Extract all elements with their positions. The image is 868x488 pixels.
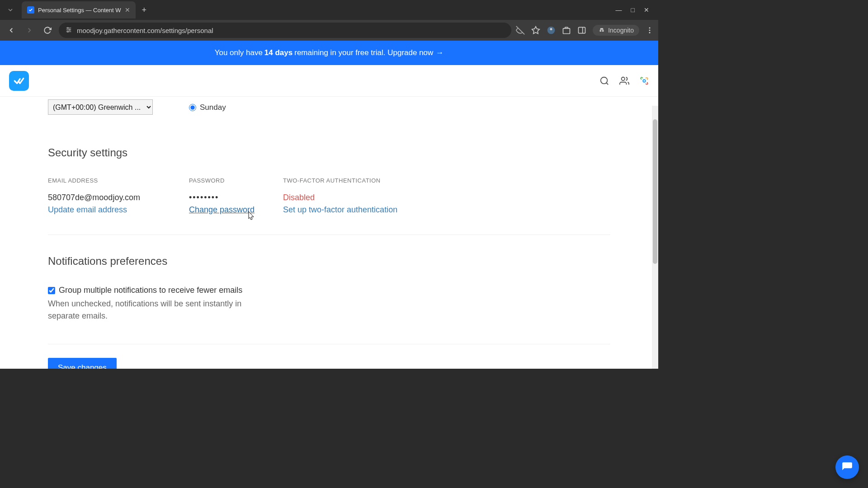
sunday-label: Sunday xyxy=(200,103,226,112)
svg-point-4 xyxy=(69,29,71,30)
tab-close-icon[interactable]: ✕ xyxy=(125,6,130,14)
notifications-help-text: When unchecked, notifications will be se… xyxy=(48,298,274,322)
password-value: •••••••• xyxy=(189,193,283,202)
update-email-link[interactable]: Update email address xyxy=(48,205,127,215)
group-notifications-checkbox[interactable] xyxy=(48,287,55,294)
back-button[interactable] xyxy=(5,23,18,37)
window-controls: ― □ ✕ xyxy=(616,6,655,14)
tab-favicon xyxy=(27,6,34,14)
svg-point-12 xyxy=(600,30,602,32)
sunday-radio[interactable] xyxy=(189,104,196,111)
week-start-sunday-option[interactable]: Sunday xyxy=(189,103,226,112)
arrow-right-icon: → xyxy=(436,48,443,57)
scrollbar-thumb[interactable] xyxy=(653,119,657,264)
svg-point-13 xyxy=(602,30,604,32)
app-header xyxy=(0,65,658,97)
people-icon[interactable] xyxy=(619,76,629,86)
email-label: EMAIL ADDRESS xyxy=(48,177,189,184)
browser-tab-strip: Personal Settings — Content W ✕ + ― □ ✕ xyxy=(0,0,658,20)
trial-banner[interactable]: You only have 14 days remaining in your … xyxy=(0,41,658,65)
settings-gear-icon[interactable] xyxy=(639,76,649,86)
svg-line-18 xyxy=(606,83,608,84)
security-section: Security settings EMAIL ADDRESS 580707de… xyxy=(48,146,610,235)
security-heading: Security settings xyxy=(48,146,610,159)
browser-toolbar: moodjoy.gathercontent.com/settings/perso… xyxy=(0,20,658,41)
password-column: PASSWORD •••••••• Change password xyxy=(189,177,283,215)
reload-button[interactable] xyxy=(41,23,54,37)
minimize-button[interactable]: ― xyxy=(616,6,622,14)
svg-rect-10 xyxy=(579,27,585,33)
profile-avatar-icon[interactable] xyxy=(547,26,556,35)
svg-marker-7 xyxy=(532,27,540,34)
svg-point-5 xyxy=(67,31,69,32)
section-divider xyxy=(48,235,610,235)
svg-point-9 xyxy=(550,28,552,30)
settings-content: (GMT+00:00) Greenwich ... Sunday Securit… xyxy=(0,97,658,369)
banner-prefix: You only have xyxy=(215,48,263,57)
app-logo[interactable] xyxy=(9,71,29,91)
eye-off-icon[interactable] xyxy=(516,26,525,35)
site-settings-icon[interactable] xyxy=(65,26,72,35)
incognito-indicator[interactable]: Incognito xyxy=(593,25,639,36)
forward-button[interactable] xyxy=(23,23,36,37)
sidepanel-icon[interactable] xyxy=(577,26,586,35)
svg-point-19 xyxy=(622,77,625,80)
new-tab-button[interactable]: + xyxy=(137,5,151,15)
url-text: moodjoy.gathercontent.com/settings/perso… xyxy=(77,27,505,34)
change-password-link[interactable]: Change password xyxy=(189,205,255,215)
svg-point-3 xyxy=(67,27,69,28)
save-button[interactable]: Save changes xyxy=(48,358,117,369)
setup-tfa-link[interactable]: Set up two-factor authentication xyxy=(283,205,397,215)
email-value: 580707de@moodjoy.com xyxy=(48,193,189,202)
browser-menu-icon[interactable] xyxy=(646,26,654,34)
browser-tab[interactable]: Personal Settings — Content W ✕ xyxy=(22,1,136,19)
timezone-select[interactable]: (GMT+00:00) Greenwich ... xyxy=(48,99,153,115)
tab-search-button[interactable] xyxy=(4,3,17,17)
notifications-section: Notifications preferences Group multiple… xyxy=(48,255,610,369)
svg-point-16 xyxy=(649,32,651,33)
bookmark-star-icon[interactable] xyxy=(531,26,540,35)
maximize-button[interactable]: □ xyxy=(631,6,635,14)
password-label: PASSWORD xyxy=(189,177,283,184)
banner-days: 14 days xyxy=(264,48,292,57)
banner-suffix: remaining in your free trial. Upgrade no… xyxy=(294,48,433,57)
close-window-button[interactable]: ✕ xyxy=(644,6,649,14)
group-notifications-checkbox-row[interactable]: Group multiple notifications to receive … xyxy=(48,286,610,295)
group-notifications-label: Group multiple notifications to receive … xyxy=(59,286,242,295)
svg-point-17 xyxy=(601,77,608,84)
section-divider xyxy=(48,344,610,344)
tfa-column: TWO-FACTOR AUTHENTICATION Disabled Set u… xyxy=(283,177,397,215)
tfa-label: TWO-FACTOR AUTHENTICATION xyxy=(283,177,397,184)
page-viewport: You only have 14 days remaining in your … xyxy=(0,41,658,369)
tfa-value: Disabled xyxy=(283,193,397,202)
email-column: EMAIL ADDRESS 580707de@moodjoy.com Updat… xyxy=(48,177,189,215)
svg-point-14 xyxy=(649,27,651,28)
incognito-label: Incognito xyxy=(608,27,634,34)
tab-title: Personal Settings — Content W xyxy=(38,7,121,14)
scrollbar[interactable] xyxy=(652,106,658,369)
svg-point-20 xyxy=(643,80,646,82)
address-bar[interactable]: moodjoy.gathercontent.com/settings/perso… xyxy=(59,23,511,38)
svg-point-15 xyxy=(649,30,651,31)
extensions-icon[interactable] xyxy=(562,26,571,35)
notifications-heading: Notifications preferences xyxy=(48,255,610,267)
search-icon[interactable] xyxy=(599,76,609,86)
